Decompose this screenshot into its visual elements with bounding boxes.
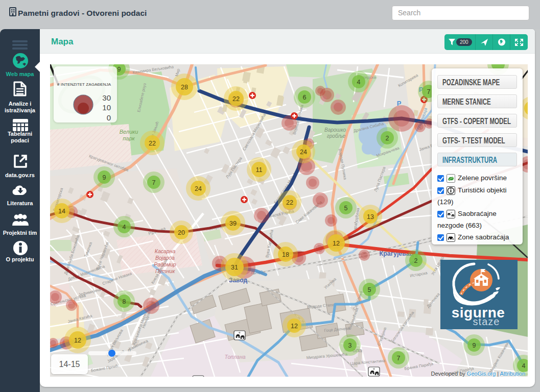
svg-text:20: 20 [178, 229, 185, 236]
svg-text:3: 3 [348, 342, 352, 349]
svg-text:5: 5 [368, 286, 371, 293]
svg-text:9: 9 [103, 174, 106, 181]
svg-text:6: 6 [303, 94, 307, 101]
svg-text:31: 31 [231, 264, 238, 271]
svg-text:7: 7 [152, 179, 156, 186]
svg-text:9: 9 [473, 342, 476, 349]
svg-text:12: 12 [333, 240, 340, 247]
svg-text:14: 14 [58, 208, 65, 215]
svg-text:7: 7 [427, 88, 431, 95]
svg-text:12: 12 [291, 323, 298, 330]
svg-text:5: 5 [344, 205, 348, 212]
svg-text:28: 28 [181, 84, 188, 91]
svg-text:staze: staze [473, 316, 500, 327]
svg-text:4: 4 [357, 79, 361, 86]
svg-text:22: 22 [286, 199, 293, 206]
svg-text:22: 22 [149, 140, 156, 147]
svg-text:2: 2 [386, 135, 389, 142]
svg-text:11: 11 [256, 166, 263, 174]
svg-text:12: 12 [74, 337, 81, 344]
svg-text:2: 2 [414, 257, 418, 264]
svg-text:4: 4 [522, 362, 526, 370]
svg-text:8: 8 [123, 298, 126, 305]
svg-text:9: 9 [118, 66, 121, 73]
svg-text:18: 18 [282, 251, 289, 258]
svg-text:24: 24 [195, 185, 202, 192]
svg-text:39: 39 [229, 220, 237, 227]
svg-text:P: P [397, 100, 402, 107]
svg-text:24: 24 [300, 149, 307, 156]
svg-text:13: 13 [367, 213, 374, 220]
svg-text:7: 7 [397, 355, 401, 362]
svg-text:22: 22 [232, 95, 240, 103]
svg-text:4: 4 [123, 224, 126, 231]
